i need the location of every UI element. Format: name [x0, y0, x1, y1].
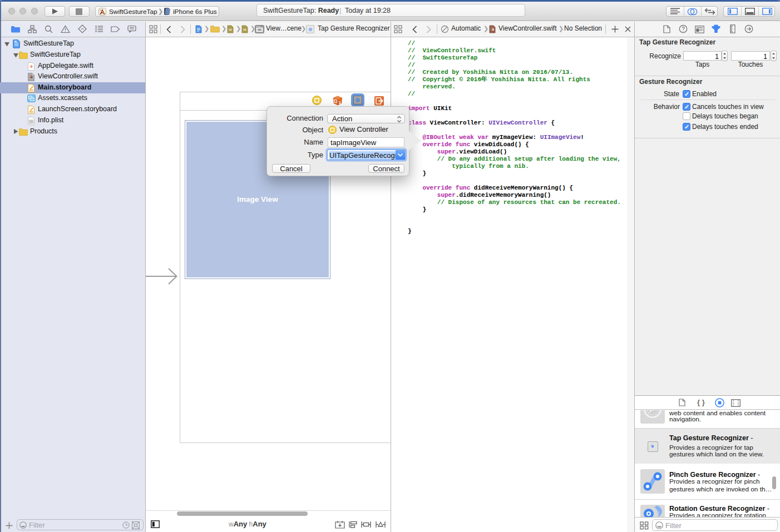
svg-text:1: 1 — [339, 100, 341, 105]
